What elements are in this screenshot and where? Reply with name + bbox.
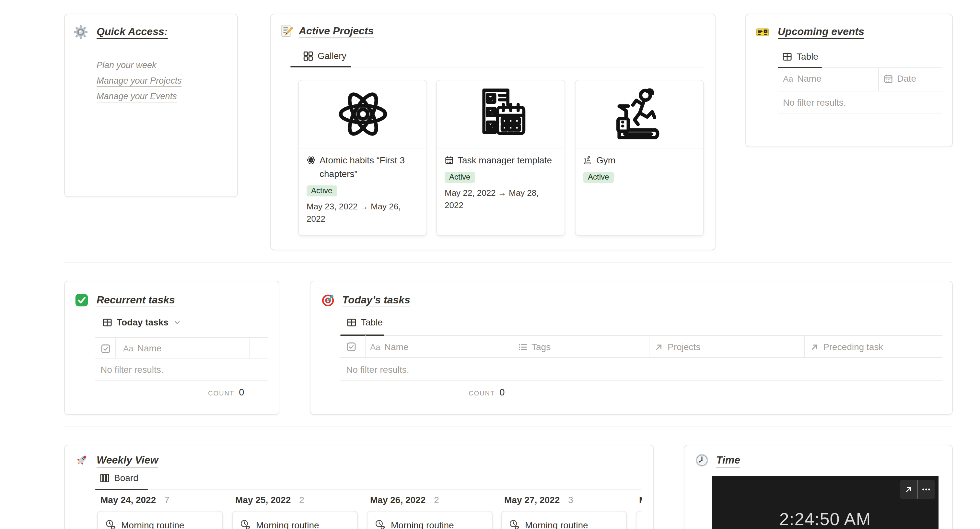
gym-icon <box>583 156 592 165</box>
text-property-icon: Aa <box>123 343 134 353</box>
active-tab-indicator <box>95 489 148 490</box>
quick-access-title[interactable]: Quick Access: <box>97 26 167 39</box>
board-card-morning-routine[interactable]: Morning routine <box>97 511 223 529</box>
tab-table[interactable]: Table <box>782 51 818 62</box>
relation-arrow-icon <box>810 342 819 352</box>
column-header-projects[interactable]: Projects <box>654 342 700 352</box>
recurrent-tasks-card: Recurrent tasks Today tasks Aa Name No f… <box>64 281 279 415</box>
recurrent-tasks-title[interactable]: Recurrent tasks <box>97 294 175 307</box>
memo-icon <box>280 24 294 38</box>
morning-routine-icon <box>509 519 520 529</box>
tab-board-label: Board <box>114 473 138 483</box>
open-in-new-tab-button[interactable] <box>900 480 917 499</box>
clock-icon <box>695 453 709 467</box>
column-header-tags[interactable]: Tags <box>518 342 550 352</box>
time-title[interactable]: Time <box>716 454 740 467</box>
calendar-page-icon <box>445 156 454 165</box>
board-column-header[interactable]: May 27, 20223 <box>504 495 573 505</box>
arrow-up-right-icon <box>904 485 913 494</box>
board-card-morning-routine[interactable]: Morning routine <box>232 511 358 529</box>
gallery-icon <box>303 51 313 61</box>
svg-text:A: A <box>765 30 767 33</box>
quick-access-card: Quick Access: Plan your week Manage your… <box>64 14 238 197</box>
checklist-calendar-illustration <box>437 80 565 148</box>
view-switcher-today-tasks[interactable]: Today tasks <box>102 317 181 327</box>
weekly-view-card: Weekly View Board May 24, 20227 Morning … <box>64 445 654 529</box>
active-projects-title[interactable]: Active Projects <box>299 25 374 38</box>
no-results-text: No filter results. <box>346 364 409 375</box>
gallery-card-title: Gym <box>596 154 616 167</box>
morning-routine-icon <box>105 519 116 529</box>
upcoming-events-title[interactable]: Upcoming events <box>778 26 864 39</box>
status-badge: Active <box>307 185 337 196</box>
list-icon <box>518 342 528 352</box>
atom-illustration <box>299 80 426 148</box>
check-mark-icon <box>75 293 89 307</box>
todays-tasks-title[interactable]: Today’s tasks <box>342 294 410 307</box>
board-card-morning-routine[interactable]: Morning routine <box>636 511 642 529</box>
notion-dashboard-page: Quick Access: Plan your week Manage your… <box>0 0 980 529</box>
column-header-name[interactable]: Aa Name <box>783 73 821 84</box>
column-header-preceding-task[interactable]: Preceding task <box>810 342 883 352</box>
column-header-date[interactable]: Date <box>883 73 916 84</box>
link-manage-your-events[interactable]: Manage your Events <box>97 91 177 102</box>
calendar-icon <box>883 73 893 83</box>
board-column-header[interactable]: May 25, 20222 <box>235 495 304 505</box>
board-columns: May 24, 20227 Morning routine May 25, 20… <box>95 493 642 529</box>
digital-clock-readout: 2:24:50 AM <box>712 510 939 529</box>
board-column-header[interactable]: May 24, 20227 <box>100 495 170 505</box>
text-property-icon: Aa <box>783 73 793 83</box>
gallery-card-title: Task manager template <box>458 154 552 167</box>
active-tab-indicator <box>340 334 384 336</box>
no-results-text: No filter results. <box>100 364 164 375</box>
tab-table[interactable]: Table <box>347 317 383 327</box>
gear-icon <box>73 25 88 40</box>
tab-table-label: Table <box>797 51 818 62</box>
weekly-view-title[interactable]: Weekly View <box>97 454 158 467</box>
board-column-header[interactable]: May 26, 20222 <box>370 495 439 505</box>
time-card: Time 2:24:50 AM <box>684 445 953 529</box>
checkbox-property-icon[interactable] <box>100 344 111 354</box>
rocket-icon <box>75 453 89 467</box>
active-projects-card: Active Projects Gallery Atomic habits “F… <box>270 14 716 250</box>
tab-table-label: Table <box>361 317 383 327</box>
target-icon <box>321 292 336 307</box>
gallery-card-gym[interactable]: Gym Active <box>575 80 704 236</box>
gallery-card-atomic-habits[interactable]: Atomic habits “First 3 chapters” Active … <box>298 80 427 236</box>
text-property-icon: Aa <box>370 342 380 352</box>
board-column-header[interactable]: May 28, 2022 <box>639 495 642 505</box>
active-tab-indicator <box>290 66 351 67</box>
board-icon <box>100 473 110 483</box>
clock-embed-widget: 2:24:50 AM <box>712 476 939 529</box>
gallery-card-task-manager[interactable]: Task manager template Active May 22, 202… <box>436 80 565 236</box>
tab-board[interactable]: Board <box>100 473 138 483</box>
morning-routine-icon <box>375 519 386 529</box>
more-options-button[interactable] <box>917 480 935 499</box>
no-results-text: No filter results. <box>783 97 846 108</box>
count-aggregate[interactable]: COUNT 0 <box>208 387 244 397</box>
view-label: Today tasks <box>117 317 169 327</box>
relation-arrow-icon <box>654 342 664 352</box>
column-header-name[interactable]: Aa Name <box>123 343 162 353</box>
treadmill-illustration <box>576 80 703 148</box>
table-icon <box>102 317 112 327</box>
board-card-morning-routine[interactable]: Morning routine <box>501 511 627 529</box>
active-tab-indicator <box>778 67 822 68</box>
link-plan-your-week[interactable]: Plan your week <box>97 60 156 71</box>
link-manage-your-projects[interactable]: Manage your Projects <box>97 76 182 87</box>
tab-gallery[interactable]: Gallery <box>303 51 347 61</box>
card-date-range: May 23, 2022 → May 26, 2022 <box>307 201 419 225</box>
ellipsis-icon <box>921 484 931 495</box>
atom-icon <box>307 156 316 165</box>
column-header-name[interactable]: Aa Name <box>370 342 409 352</box>
board-card-morning-routine[interactable]: Morning routine <box>367 511 493 529</box>
status-badge: Active <box>445 172 475 183</box>
count-aggregate[interactable]: COUNT 0 <box>469 387 504 397</box>
ticket-icon: A <box>756 25 769 39</box>
checkbox-property-icon[interactable] <box>346 342 356 352</box>
tab-gallery-label: Gallery <box>318 51 347 61</box>
upcoming-events-card: A Upcoming events Table Aa Name Date No … <box>745 14 953 147</box>
section-divider <box>64 427 951 427</box>
table-icon <box>782 51 792 61</box>
todays-tasks-card: Today’s tasks Table Aa Name Tags Project… <box>310 281 953 415</box>
